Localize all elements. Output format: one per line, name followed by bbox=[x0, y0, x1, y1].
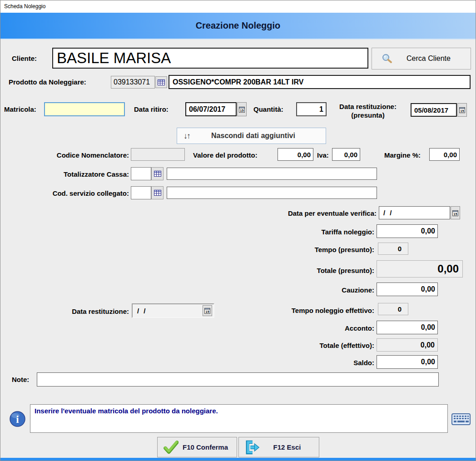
totale-effettivo-field: 0,00 bbox=[377, 338, 438, 352]
nascondi-dati-aggiuntivi-button[interactable]: ↓↑ Nascondi dati aggiuntivi bbox=[177, 128, 326, 144]
bottom-accent-bar bbox=[0, 458, 476, 461]
cerca-cliente-label: Cerca Cliente bbox=[393, 55, 471, 63]
f12-esci-button[interactable]: F12 Esci bbox=[238, 437, 319, 457]
info-icon: i bbox=[9, 411, 26, 427]
keyboard-icon bbox=[451, 413, 471, 425]
quantita-label: Quantità: bbox=[253, 105, 283, 113]
totale-presunto-field: 0,00 bbox=[377, 260, 463, 278]
data-restituzione-effettiva-value: / / bbox=[133, 307, 202, 315]
margine-label: Margine %: bbox=[384, 151, 421, 159]
table-grid-icon bbox=[154, 190, 161, 196]
valore-prodotto-label: Valore del prodotto: bbox=[193, 151, 258, 159]
data-verifica-field: / / 15 bbox=[379, 206, 460, 219]
calendar-icon: 15 bbox=[239, 106, 245, 113]
svg-text:i: i bbox=[16, 414, 19, 425]
tempo-presunto-value: 0 bbox=[398, 245, 402, 253]
note-label: Note: bbox=[12, 376, 29, 383]
saldo-input[interactable] bbox=[377, 355, 438, 369]
data-restituzione-presunta-label-line2: (presunta) bbox=[327, 111, 408, 119]
f10-conferma-label: F10 Conferma bbox=[178, 443, 237, 451]
status-message: Inserire l'eventuale matricola del prodo… bbox=[35, 407, 218, 415]
data-verifica-label: Data per eventuale verifica: bbox=[246, 209, 377, 217]
svg-text:15: 15 bbox=[460, 109, 464, 113]
cod-servizio-code-input[interactable] bbox=[131, 186, 151, 199]
cauzione-label: Cauzione: bbox=[255, 286, 374, 294]
data-restituzione-presunta-label-line1: Data restituzione: bbox=[327, 102, 408, 111]
tempo-noleggio-effettivo-label: Tempo noleggio effettivo: bbox=[246, 307, 374, 314]
tariffa-noleggio-label: Tariffa noleggio: bbox=[255, 228, 374, 236]
matricola-label: Matricola: bbox=[4, 105, 36, 113]
svg-text:15: 15 bbox=[240, 108, 243, 112]
iva-input[interactable] bbox=[332, 148, 360, 161]
data-restituzione-presunta-calendar-button[interactable]: 15 bbox=[457, 103, 467, 117]
totale-presunto-value: 0,00 bbox=[437, 263, 459, 275]
table-grid-icon bbox=[158, 79, 165, 85]
quantita-input[interactable] bbox=[296, 102, 327, 116]
green-check-icon bbox=[163, 440, 178, 455]
data-restituzione-presunta-label: Data restituzione: (presunta) bbox=[327, 102, 408, 119]
window-title: Scheda Noleggio bbox=[4, 3, 45, 10]
data-ritiro-value[interactable]: 06/07/2017 bbox=[185, 102, 237, 116]
title-bar: Scheda Noleggio bbox=[0, 0, 476, 13]
nascondi-dati-aggiuntivi-label: Nascondi dati aggiuntivi bbox=[190, 132, 326, 140]
search-icon bbox=[381, 53, 393, 64]
scheda-noleggio-window: Scheda Noleggio Creazione Noleggio Clien… bbox=[0, 0, 476, 461]
cod-servizio-collegato-label: Cod. servizio collegato: bbox=[19, 189, 129, 197]
valore-prodotto-input[interactable] bbox=[278, 148, 313, 161]
totale-presunto-label: Totale (presunto): bbox=[255, 267, 374, 274]
cliente-input[interactable] bbox=[52, 48, 368, 69]
svg-text:15: 15 bbox=[453, 212, 457, 216]
data-restituzione-presunta-value[interactable]: 05/08/2017 bbox=[411, 103, 457, 117]
f10-conferma-button[interactable]: F10 Conferma bbox=[157, 437, 237, 457]
totalizzatore-cassa-label: Totalizzatore Cassa: bbox=[19, 170, 129, 178]
prodotto-description-input[interactable] bbox=[169, 75, 471, 89]
cerca-cliente-button[interactable]: Cerca Cliente bbox=[372, 48, 471, 69]
calendar-icon: 15 bbox=[459, 107, 465, 113]
down-up-arrows-icon: ↓↑ bbox=[183, 131, 190, 141]
totalizzatore-cassa-lookup-button[interactable] bbox=[151, 167, 164, 180]
cliente-label: Cliente: bbox=[12, 55, 37, 62]
data-ritiro-calendar-button[interactable]: 15 bbox=[237, 102, 247, 116]
exit-arrow-icon bbox=[244, 440, 260, 455]
form-header: Creazione Noleggio bbox=[0, 13, 476, 40]
svg-text:15: 15 bbox=[205, 310, 209, 314]
saldo-label: Saldo: bbox=[255, 359, 374, 367]
cod-servizio-description-input[interactable] bbox=[167, 187, 377, 199]
tariffa-noleggio-input[interactable] bbox=[377, 224, 438, 238]
page-title: Creazione Noleggio bbox=[196, 20, 281, 31]
margine-input[interactable] bbox=[429, 148, 460, 161]
totalizzatore-cassa-description-input[interactable] bbox=[167, 168, 377, 180]
data-verifica-value[interactable]: / / bbox=[379, 206, 450, 219]
cauzione-input[interactable] bbox=[377, 283, 438, 296]
codice-nomenclatore-field[interactable] bbox=[131, 148, 185, 161]
tempo-noleggio-effettivo-field: 0 bbox=[378, 303, 408, 315]
data-ritiro-label: Data ritiro: bbox=[134, 105, 169, 113]
prodotto-code-field[interactable]: 039133071 bbox=[111, 76, 155, 89]
acconto-input[interactable] bbox=[377, 321, 438, 334]
prodotto-label: Prodotto da Noleggiare: bbox=[9, 78, 86, 86]
acconto-label: Acconto: bbox=[255, 324, 374, 332]
tempo-presunto-field: 0 bbox=[378, 243, 408, 255]
totale-effettivo-value: 0,00 bbox=[421, 341, 435, 349]
data-restituzione-effettiva-field[interactable]: / / 15 bbox=[132, 303, 214, 318]
data-ritiro-field: 06/07/2017 15 bbox=[185, 102, 247, 116]
iva-label: Iva: bbox=[317, 151, 329, 159]
tempo-noleggio-effettivo-value: 0 bbox=[398, 305, 402, 313]
virtual-keyboard-button[interactable] bbox=[449, 408, 473, 430]
note-input[interactable] bbox=[37, 372, 439, 387]
data-verifica-calendar-button[interactable]: 15 bbox=[451, 206, 460, 219]
data-restituzione-effettiva-calendar-button[interactable]: 15 bbox=[203, 305, 212, 316]
data-restituzione-effettiva-label: Data restituzione: bbox=[46, 307, 129, 315]
prodotto-code-value: 039133071 bbox=[114, 78, 150, 86]
totale-effettivo-label: Totale (effettivo): bbox=[255, 342, 374, 349]
totalizzatore-cassa-code-input[interactable] bbox=[131, 167, 151, 180]
status-message-box: Inserire l'eventuale matricola del prodo… bbox=[30, 404, 448, 433]
table-grid-icon bbox=[154, 171, 161, 177]
cod-servizio-lookup-button[interactable] bbox=[151, 186, 164, 199]
tempo-presunto-label: Tempo (presunto): bbox=[255, 246, 374, 253]
prodotto-lookup-button[interactable] bbox=[155, 76, 167, 88]
codice-nomenclatore-label: Codice Nomenclatore: bbox=[19, 151, 129, 159]
matricola-input[interactable] bbox=[44, 102, 125, 116]
f12-esci-label: F12 Esci bbox=[260, 443, 319, 451]
calendar-icon: 15 bbox=[204, 307, 210, 314]
